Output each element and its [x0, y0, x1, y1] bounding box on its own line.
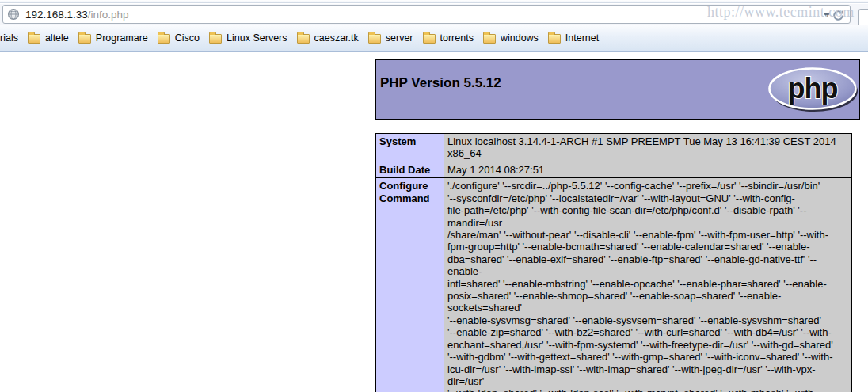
- folder-icon: [423, 34, 436, 44]
- bookmark-label: windows: [501, 32, 539, 44]
- bookmark-folder-item[interactable]: Internet: [544, 30, 603, 46]
- bookmark-folder-item[interactable]: torrents: [419, 30, 478, 46]
- php-logo-text: php: [788, 72, 838, 105]
- row-label: Build Date: [376, 162, 444, 178]
- bookmark-label: Linux Servers: [227, 32, 287, 44]
- bookmark-folder-item[interactable]: Programare: [74, 30, 152, 46]
- reload-icon[interactable]: [832, 9, 845, 22]
- php-logo: php: [768, 67, 858, 112]
- bookmark-label: caeszar.tk: [314, 32, 359, 44]
- folder-icon: [548, 34, 561, 44]
- bookmark-label: torrents: [440, 32, 474, 44]
- bookmark-folder-item[interactable]: rials: [0, 30, 22, 46]
- url-text[interactable]: 192.168.1.33/info.php: [25, 9, 129, 21]
- folder-icon: [78, 34, 91, 44]
- row-value: May 1 2014 08:27:51: [444, 162, 852, 178]
- bookmark-label: rials: [0, 32, 18, 44]
- folder-icon: [209, 34, 222, 44]
- bookmark-label: Programare: [96, 32, 148, 44]
- row-label: Configure Command: [376, 178, 444, 392]
- bookmark-folder-item[interactable]: caeszar.tk: [293, 30, 363, 46]
- bookmark-folder-item[interactable]: Linux Servers: [205, 30, 291, 46]
- row-value: Linux localhost 3.14.4-1-ARCH #1 SMP PRE…: [444, 134, 852, 162]
- bookmark-folder-item[interactable]: altele: [24, 30, 73, 46]
- folder-icon: [158, 34, 170, 44]
- bookmark-label: Internet: [565, 32, 599, 44]
- bookmark-label: server: [386, 32, 413, 44]
- phpinfo-table: System Linux localhost 3.14.4-1-ARCH #1 …: [375, 133, 852, 392]
- site-identity-globe-icon[interactable]: [7, 8, 20, 21]
- address-bar[interactable]: 192.168.1.33/info.php: [2, 5, 851, 24]
- bookmark-folder-item[interactable]: windows: [479, 30, 542, 46]
- bookmark-label: altele: [45, 32, 69, 44]
- url-host: 192.168.1.33: [25, 9, 88, 21]
- row-value: './configure' '--srcdir=../php-5.5.12' '…: [444, 178, 852, 392]
- folder-icon: [297, 34, 310, 44]
- url-history-dropdown-icon[interactable]: [824, 13, 830, 17]
- table-row: Build Date May 1 2014 08:27:51: [376, 162, 852, 178]
- bookmarks-bar: rials altele Programare Cisco Linux Serv…: [0, 25, 868, 52]
- folder-icon: [28, 34, 40, 44]
- tab-strip-edge: [0, 0, 868, 3]
- folder-icon: [368, 34, 381, 44]
- bookmark-folder-item[interactable]: server: [364, 30, 417, 46]
- table-row: System Linux localhost 3.14.4-1-ARCH #1 …: [376, 134, 852, 162]
- url-path: /info.php: [88, 9, 129, 21]
- browser-window: 192.168.1.33/info.php http://www.tecmint…: [0, 0, 868, 392]
- phpinfo-header: PHP Version 5.5.12 php: [375, 59, 860, 120]
- bookmark-label: Cisco: [175, 32, 200, 44]
- navigation-toolbar: 192.168.1.33/info.php: [0, 4, 868, 25]
- folder-icon: [483, 34, 496, 44]
- table-row: Configure Command './configure' '--srcdi…: [376, 178, 852, 392]
- row-label: System: [376, 134, 444, 162]
- bookmark-folder-item[interactable]: Cisco: [154, 30, 204, 46]
- php-version-title: PHP Version 5.5.12: [380, 75, 501, 91]
